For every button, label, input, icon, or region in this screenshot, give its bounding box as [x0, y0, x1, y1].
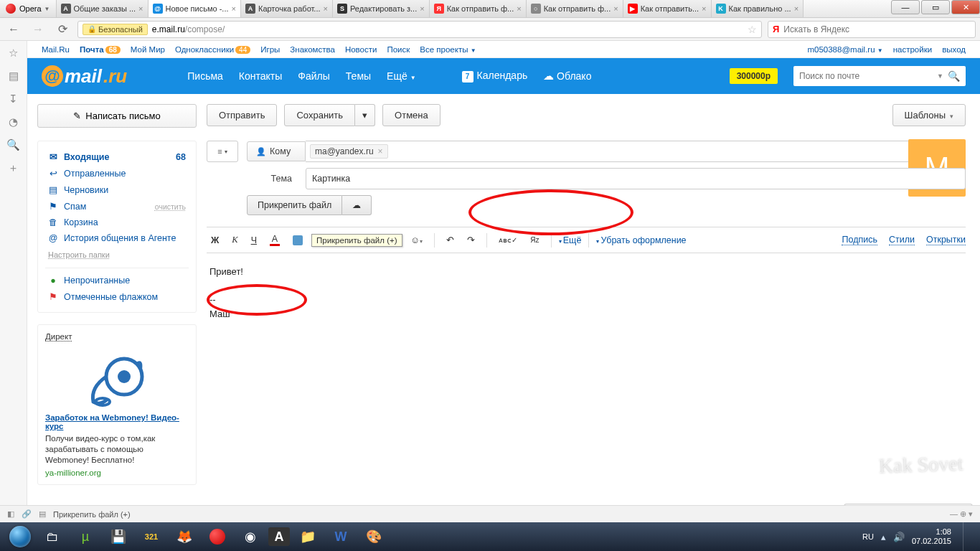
- settings-link[interactable]: настройки: [893, 45, 932, 54]
- folder-drafts[interactable]: ▤Черновики: [38, 182, 196, 198]
- clock[interactable]: 1:08 07.02.2015: [912, 527, 951, 546]
- task-mpc[interactable]: 321: [136, 525, 166, 548]
- recipient-chip[interactable]: ma@yandex.ru×: [310, 144, 388, 159]
- zoom-control[interactable]: — ⊕ ▾: [950, 509, 973, 519]
- folder-sent[interactable]: ↩Отправленные: [38, 165, 196, 182]
- configure-folders-link[interactable]: Настроить папки: [38, 246, 196, 263]
- topbar-link-mail[interactable]: Почта68: [80, 45, 121, 54]
- tab-close-icon[interactable]: ×: [794, 4, 798, 13]
- underline-button[interactable]: Ч: [247, 233, 261, 248]
- nav-letters[interactable]: Письма: [187, 70, 223, 82]
- ad-link[interactable]: Заработок на Webmoney! Видео-курс: [45, 413, 179, 430]
- subject-input[interactable]: [306, 168, 966, 189]
- nav-files[interactable]: Файлы: [298, 70, 329, 82]
- yandex-search-input[interactable]: [783, 24, 971, 34]
- mail-search-input[interactable]: [799, 71, 937, 81]
- browser-tab[interactable]: ▶Как отправить...×: [623, 0, 712, 17]
- search-icon[interactable]: 🔍: [6, 138, 20, 151]
- tab-close-icon[interactable]: ×: [517, 4, 521, 13]
- cancel-button[interactable]: Отмена: [382, 104, 440, 126]
- topbar-link-search[interactable]: Поиск: [387, 45, 410, 54]
- topbar-link-news[interactable]: Новости: [345, 45, 377, 54]
- topbar-link-all[interactable]: Все проекты ▼: [420, 45, 476, 54]
- save-button[interactable]: Сохранить: [284, 104, 355, 126]
- topbar-link-games[interactable]: Игры: [260, 45, 280, 54]
- folder-inbox[interactable]: ✉Входящие68: [38, 149, 196, 165]
- nav-cloud[interactable]: Облако: [543, 70, 591, 83]
- tab-close-icon[interactable]: ×: [613, 4, 618, 13]
- mail-search-box[interactable]: ▼ 🔍: [793, 66, 966, 86]
- forward-button[interactable]: →: [29, 21, 47, 38]
- lang-indicator[interactable]: RU: [862, 532, 874, 541]
- cards-link[interactable]: Открытки: [926, 235, 966, 245]
- task-paint[interactable]: 🎨: [359, 525, 389, 548]
- sync-icon[interactable]: 🔗: [22, 509, 32, 519]
- compose-button[interactable]: ✎ Написать письмо: [37, 104, 197, 128]
- attach-file-button[interactable]: Прикрепить файл: [247, 195, 342, 215]
- topbar-link-mailru[interactable]: Mail.Ru: [42, 45, 70, 54]
- mailru-logo[interactable]: @mail.ru: [42, 65, 127, 88]
- search-icon[interactable]: 🔍: [948, 70, 960, 82]
- to-label[interactable]: 👤Кому: [247, 141, 306, 161]
- topbar-link-mymir[interactable]: Мой Мир: [131, 45, 165, 54]
- star-icon[interactable]: ☆: [9, 47, 18, 60]
- folder-unread[interactable]: ●Непрочитанные: [38, 273, 196, 288]
- address-bar[interactable]: 🔒 Безопасный e.mail.ru/compose/ ☆: [77, 21, 762, 38]
- reload-button[interactable]: ⟳: [53, 21, 72, 38]
- undo-button[interactable]: ↶: [442, 232, 458, 248]
- remove-formatting-button[interactable]: Убрать оформление: [596, 235, 686, 245]
- ad-image[interactable]: [45, 352, 189, 409]
- folder-agent-history[interactable]: @История общения в Агенте: [38, 230, 196, 246]
- close-button[interactable]: ✕: [951, 0, 980, 14]
- folder-spam[interactable]: ⚑Спамочистить: [38, 198, 196, 215]
- security-badge[interactable]: 🔒 Безопасный: [83, 24, 148, 35]
- send-button[interactable]: Отправить: [207, 104, 277, 126]
- promo-banner[interactable]: 300000р: [730, 68, 778, 84]
- user-email[interactable]: m050388@mail.ru ▼: [807, 45, 882, 54]
- show-desktop-button[interactable]: [963, 522, 970, 551]
- task-save[interactable]: 💾: [103, 525, 133, 548]
- minimize-button[interactable]: —: [891, 0, 920, 14]
- panel-toggle-icon[interactable]: ◧: [7, 509, 14, 519]
- nav-calendar[interactable]: 7Календарь: [462, 70, 528, 83]
- task-explorer[interactable]: 🗀: [37, 525, 67, 548]
- download-icon[interactable]: ↧: [9, 93, 18, 105]
- message-body[interactable]: Привет! -- Маш: [207, 253, 966, 397]
- clear-spam-link[interactable]: очистить: [155, 202, 186, 211]
- tab-close-icon[interactable]: ×: [324, 4, 328, 13]
- tab-close-icon[interactable]: ×: [232, 4, 236, 13]
- tab-close-icon[interactable]: ×: [138, 4, 143, 13]
- fields-menu-button[interactable]: ≡ ▾: [207, 141, 238, 162]
- browser-tab[interactable]: AКарточка работ...×: [241, 0, 333, 17]
- topbar-link-ok[interactable]: Одноклассники44: [175, 45, 250, 54]
- tray-up-icon[interactable]: ▴: [881, 532, 886, 542]
- spellcheck-button[interactable]: ᴀʙᴄ✓: [494, 234, 522, 246]
- task-word[interactable]: W: [326, 525, 356, 548]
- bold-button[interactable]: Ж: [207, 233, 223, 248]
- task-app-a[interactable]: A: [268, 527, 290, 546]
- back-button[interactable]: ←: [4, 21, 23, 38]
- bg-color-button[interactable]: [288, 233, 307, 248]
- opera-menu[interactable]: Opera ▼: [0, 0, 57, 17]
- folder-flagged[interactable]: ⚑Отмеченные флажком: [38, 288, 196, 305]
- translit-button[interactable]: Яz: [526, 234, 543, 246]
- tab-close-icon[interactable]: ×: [420, 4, 424, 13]
- templates-button[interactable]: Шаблоны: [892, 104, 966, 126]
- styles-link[interactable]: Стили: [889, 235, 915, 245]
- browser-tab[interactable]: KКак правильно ...×: [712, 0, 804, 17]
- history-icon[interactable]: ◔: [9, 116, 18, 128]
- more-tools-button[interactable]: Ещё: [559, 235, 582, 245]
- note-icon[interactable]: ▤: [9, 70, 19, 83]
- nav-contacts[interactable]: Контакты: [239, 70, 282, 82]
- task-chrome[interactable]: ◉: [235, 525, 265, 548]
- chevron-down-icon[interactable]: ▼: [937, 72, 943, 80]
- attach-cloud-button[interactable]: ☁: [342, 195, 372, 215]
- signature-link[interactable]: Подпись: [842, 235, 877, 245]
- bookmark-icon[interactable]: ☆: [748, 24, 757, 35]
- italic-button[interactable]: К: [227, 232, 242, 248]
- tab-close-icon[interactable]: ×: [702, 4, 706, 13]
- ad-header[interactable]: Директ: [45, 332, 72, 342]
- logout-link[interactable]: выход: [942, 45, 966, 54]
- browser-tab[interactable]: AОбщие заказы ...×: [57, 0, 149, 17]
- nav-more[interactable]: Ещё ▼: [387, 70, 415, 82]
